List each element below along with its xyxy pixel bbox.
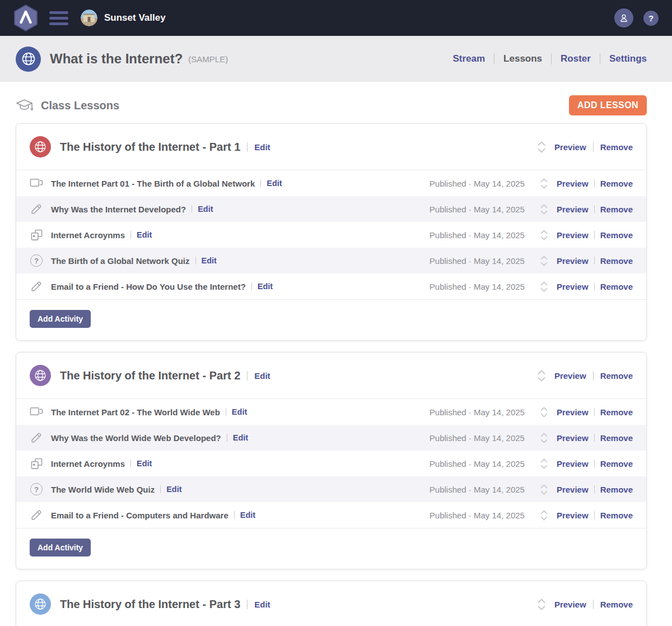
move-down-icon[interactable] bbox=[540, 288, 548, 292]
activity-preview-link[interactable]: Preview bbox=[557, 179, 589, 188]
activity-edit-link[interactable]: Edit bbox=[267, 179, 282, 188]
app-logo-icon[interactable] bbox=[13, 4, 38, 31]
activity-title: Email to a Friend - Computers and Hardwa… bbox=[51, 511, 228, 520]
activity-remove-link[interactable]: Remove bbox=[600, 256, 633, 266]
activity-title: Internet Acroynms bbox=[51, 230, 125, 240]
move-up-icon[interactable] bbox=[540, 256, 548, 259]
lesson-remove-link[interactable]: Remove bbox=[600, 371, 633, 381]
activity-edit-link[interactable]: Edit bbox=[233, 433, 248, 442]
activity-edit-link[interactable]: Edit bbox=[202, 256, 217, 265]
activity-preview-link[interactable]: Preview bbox=[557, 407, 589, 417]
add-lesson-button[interactable]: ADD LESSON bbox=[569, 95, 647, 115]
activity-row: Email to a Friend - Computers and Hardwa… bbox=[16, 502, 646, 528]
activity-edit-link[interactable]: Edit bbox=[166, 485, 181, 494]
activity-remove-link[interactable]: Remove bbox=[600, 433, 633, 443]
lesson-edit-link[interactable]: Edit bbox=[254, 371, 270, 381]
activity-title: Why Was the World Wide Web Developed? bbox=[51, 433, 221, 443]
activity-edit-link[interactable]: Edit bbox=[137, 230, 152, 239]
move-down-icon[interactable] bbox=[540, 439, 548, 443]
lesson-card-footer: Add Activity bbox=[16, 300, 646, 340]
activity-edit-link[interactable]: Edit bbox=[232, 407, 247, 416]
move-down-icon[interactable] bbox=[540, 262, 548, 266]
move-down-icon[interactable] bbox=[540, 211, 548, 215]
activity-remove-link[interactable]: Remove bbox=[600, 485, 633, 494]
activity-remove-link[interactable]: Remove bbox=[600, 459, 633, 469]
help-button[interactable]: ? bbox=[643, 11, 659, 26]
move-down-icon[interactable] bbox=[540, 465, 548, 469]
lesson-remove-link[interactable]: Remove bbox=[600, 142, 633, 152]
activity-preview-link[interactable]: Preview bbox=[557, 511, 589, 520]
move-up-icon[interactable] bbox=[540, 407, 548, 411]
nav-stream[interactable]: Stream bbox=[444, 53, 494, 64]
activity-edit-link[interactable]: Edit bbox=[198, 205, 213, 214]
move-up-icon[interactable] bbox=[538, 141, 545, 146]
lesson-header: The History of the Internet - Part 2 Edi… bbox=[16, 353, 646, 398]
video-icon bbox=[30, 405, 43, 419]
activity-preview-link[interactable]: Preview bbox=[557, 205, 589, 214]
nav-roster[interactable]: Roster bbox=[552, 53, 600, 64]
move-down-icon[interactable] bbox=[538, 149, 545, 153]
move-up-icon[interactable] bbox=[540, 484, 548, 488]
lesson-preview-link[interactable]: Preview bbox=[554, 142, 586, 152]
move-up-icon[interactable] bbox=[540, 458, 548, 462]
move-down-icon[interactable] bbox=[538, 377, 545, 382]
activity-edit-link[interactable]: Edit bbox=[258, 282, 273, 291]
add-activity-button[interactable]: Add Activity bbox=[30, 310, 91, 328]
move-up-icon[interactable] bbox=[538, 370, 545, 374]
activity-row: Why Was the Internet Developed? Edit Pub… bbox=[16, 196, 646, 222]
activity-remove-link[interactable]: Remove bbox=[600, 179, 633, 188]
school-name: Sunset Valley bbox=[104, 12, 166, 24]
activity-row: Internet Acroynms Edit Published · May 1… bbox=[16, 222, 646, 248]
activity-remove-link[interactable]: Remove bbox=[600, 282, 633, 291]
lesson-edit-link[interactable]: Edit bbox=[254, 600, 270, 609]
activity-remove-link[interactable]: Remove bbox=[600, 230, 633, 240]
move-up-icon[interactable] bbox=[540, 204, 548, 208]
activity-status: Published · May 14, 2025 bbox=[430, 459, 525, 469]
lesson-globe-icon bbox=[30, 365, 51, 386]
activity-preview-link[interactable]: Preview bbox=[557, 282, 589, 291]
activity-status: Published · May 14, 2025 bbox=[430, 179, 525, 188]
nav-settings[interactable]: Settings bbox=[600, 53, 647, 64]
lesson-preview-link[interactable]: Preview bbox=[554, 371, 586, 381]
lesson-preview-link[interactable]: Preview bbox=[554, 600, 586, 609]
activity-row: Why Was the World Wide Web Developed? Ed… bbox=[16, 425, 646, 451]
lesson-edit-link[interactable]: Edit bbox=[254, 142, 270, 152]
separator bbox=[594, 205, 595, 213]
move-up-icon[interactable] bbox=[538, 599, 545, 603]
school-avatar[interactable] bbox=[81, 10, 97, 26]
move-down-icon[interactable] bbox=[540, 491, 548, 495]
activity-title: The Internet Part 01 - The Birth of a Gl… bbox=[51, 179, 255, 188]
activity-row: The Internet Part 01 - The Birth of a Gl… bbox=[16, 170, 646, 196]
separator bbox=[192, 205, 192, 213]
move-down-icon[interactable] bbox=[540, 185, 548, 189]
move-up-icon[interactable] bbox=[540, 510, 548, 514]
move-down-icon[interactable] bbox=[540, 414, 548, 418]
move-down-icon[interactable] bbox=[540, 237, 548, 240]
activity-remove-link[interactable]: Remove bbox=[600, 407, 633, 417]
activity-row: Internet Acroynms Edit Published · May 1… bbox=[16, 451, 646, 476]
move-down-icon[interactable] bbox=[538, 606, 545, 610]
user-button[interactable] bbox=[614, 8, 633, 27]
nav-lessons[interactable]: Lessons bbox=[494, 53, 551, 64]
activity-remove-link[interactable]: Remove bbox=[600, 205, 633, 214]
move-up-icon[interactable] bbox=[540, 281, 548, 285]
move-up-icon[interactable] bbox=[540, 230, 548, 234]
move-up-icon[interactable] bbox=[540, 178, 548, 182]
activity-edit-link[interactable]: Edit bbox=[240, 511, 255, 520]
lesson-remove-link[interactable]: Remove bbox=[600, 600, 633, 609]
activity-title: The Birth of a Global Network Quiz bbox=[51, 256, 190, 266]
activity-status: Published · May 14, 2025 bbox=[430, 205, 525, 214]
activity-preview-link[interactable]: Preview bbox=[557, 485, 589, 494]
activity-preview-link[interactable]: Preview bbox=[557, 230, 589, 240]
move-down-icon[interactable] bbox=[540, 517, 548, 521]
activity-preview-link[interactable]: Preview bbox=[557, 459, 589, 469]
activity-title: Why Was the Internet Developed? bbox=[51, 205, 186, 214]
activity-preview-link[interactable]: Preview bbox=[557, 256, 589, 266]
move-up-icon[interactable] bbox=[540, 433, 548, 437]
activity-remove-link[interactable]: Remove bbox=[600, 511, 633, 520]
menu-icon[interactable] bbox=[49, 8, 68, 28]
separator bbox=[130, 231, 131, 239]
activity-edit-link[interactable]: Edit bbox=[137, 459, 152, 468]
activity-preview-link[interactable]: Preview bbox=[557, 433, 589, 443]
add-activity-button[interactable]: Add Activity bbox=[30, 539, 91, 557]
